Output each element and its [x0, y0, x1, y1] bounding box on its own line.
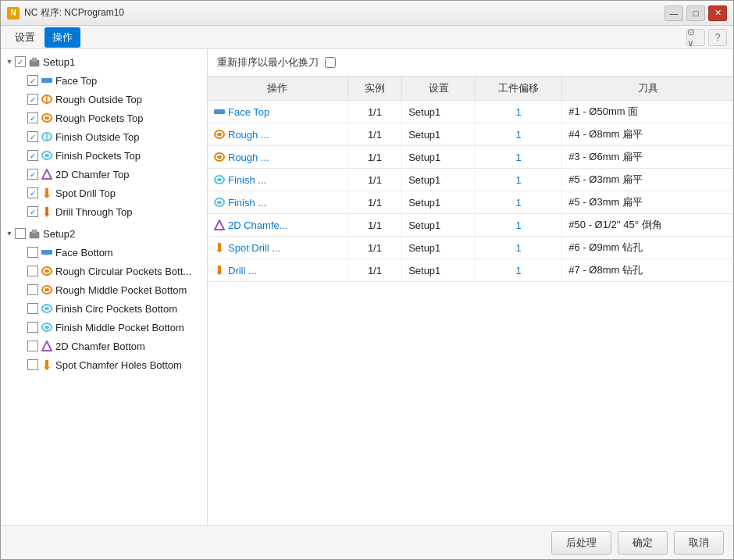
tree-item-finish-middle-pocket[interactable]: ▶ Finish Middle Pocket Bottom: [1, 318, 207, 337]
td-setup-0: Setup1: [402, 101, 476, 123]
td-operation-0: Face Top: [208, 101, 347, 123]
svg-point-10: [45, 154, 49, 157]
svg-rect-12: [45, 188, 48, 195]
reorder-checkbox[interactable]: [325, 57, 336, 68]
tree-item-finish-pockets-top[interactable]: ▶ Finish Pockets Top: [1, 146, 207, 165]
checkbox-face-bottom[interactable]: [27, 247, 38, 258]
tree-item-2d-chamfer-bottom[interactable]: ▶ 2D Chamfer Bottom: [1, 337, 207, 355]
svg-point-37: [217, 178, 222, 181]
window-title: NC 程序: NCProgram10: [24, 6, 124, 20]
rough-pockets-top-icon: [41, 112, 53, 124]
td-offset-3[interactable]: 1: [476, 169, 562, 191]
col-setup: 设置: [402, 77, 476, 101]
finish-middle-label: Finish Middle Pocket Bottom: [55, 322, 184, 334]
checkbox-finish-middle[interactable]: [27, 322, 38, 333]
td-setup-6: Setup1: [402, 237, 476, 259]
maximize-button[interactable]: □: [686, 5, 705, 21]
close-button[interactable]: ✕: [708, 5, 727, 21]
tree-item-face-bottom[interactable]: ▶ Face Bottom: [1, 243, 207, 262]
tree-item-spot-chamfer-holes[interactable]: ▶ Spot Chamfer Holes Bottom: [1, 355, 207, 374]
face-bottom-label: Face Bottom: [55, 247, 113, 259]
tree-item-face-top[interactable]: ▶ Face Top: [1, 71, 207, 90]
td-instance-6: 1/1: [347, 237, 401, 259]
checkbox-2d-chamfer-bottom[interactable]: [27, 341, 38, 351]
td-operation-7: Drill ...: [208, 259, 347, 282]
op-name-5[interactable]: 2D Chamfe...: [228, 219, 288, 231]
td-setup-5: Setup1: [402, 214, 476, 237]
td-instance-3: 1/1: [347, 169, 401, 191]
expand-arrow-setup2[interactable]: ▼: [4, 228, 15, 239]
op-name-1[interactable]: Rough ...: [228, 129, 269, 141]
checkbox-2d-chamfer-top[interactable]: [27, 169, 38, 180]
td-offset-7[interactable]: 1: [476, 259, 562, 282]
menu-operations[interactable]: 操作: [45, 27, 80, 48]
op-name-7[interactable]: Drill ...: [228, 265, 257, 276]
checkbox-spot-drill-top[interactable]: [27, 187, 38, 198]
finish-pockets-top-label: Finish Pockets Top: [55, 150, 141, 162]
operations-table: 操作 实例 设置 工件偏移 刀具 Face Top 1/1 Set: [208, 77, 733, 282]
checkbox-setup2[interactable]: [15, 228, 26, 239]
checkbox-rough-outside-top[interactable]: [27, 94, 38, 105]
tree-item-rough-circular-pockets[interactable]: ▶ Rough Circular Pockets Bott...: [1, 262, 207, 280]
checkbox-finish-circ[interactable]: [27, 303, 38, 314]
minimize-button[interactable]: —: [665, 5, 683, 21]
op-icon-6: [214, 242, 225, 253]
op-name-6[interactable]: Spot Drill ...: [228, 242, 280, 254]
tree-item-drill-through-top[interactable]: ▶ Drill Through Top: [1, 202, 207, 221]
td-tool-3: #5 - Ø3mm 扁平: [562, 169, 733, 191]
tree-group-setup2[interactable]: ▼ Setup2: [1, 224, 207, 243]
td-offset-2[interactable]: 1: [476, 146, 562, 169]
expand-arrow-setup1[interactable]: ▼: [4, 56, 15, 67]
checkbox-setup1[interactable]: [15, 56, 26, 67]
svg-point-25: [45, 307, 49, 310]
op-name-3[interactable]: Finish ...: [228, 174, 266, 186]
tree-item-2d-chamfer-top[interactable]: ▶ 2D Chamfer Top: [1, 165, 207, 184]
svg-marker-44: [216, 273, 223, 275]
checkbox-face-top[interactable]: [27, 75, 38, 86]
help-button[interactable]: ?: [708, 29, 727, 46]
tree-item-finish-circ-pockets[interactable]: ▶ Finish Circ Pockets Bottom: [1, 299, 207, 318]
td-offset-6[interactable]: 1: [476, 237, 562, 259]
menu-settings[interactable]: 设置: [7, 27, 43, 48]
title-controls: — □ ✕: [665, 5, 727, 21]
td-setup-3: Setup1: [402, 169, 476, 191]
svg-point-35: [217, 155, 222, 159]
op-icon-3: [214, 174, 225, 185]
op-name-4[interactable]: Finish ...: [228, 197, 266, 209]
tree-item-rough-pockets-top[interactable]: ▶ Rough Pockets Top: [1, 109, 207, 127]
td-offset-5[interactable]: 1: [476, 214, 562, 237]
cancel-button[interactable]: 取消: [674, 531, 724, 555]
ok-button[interactable]: 确定: [618, 531, 668, 555]
svg-rect-29: [45, 360, 48, 367]
td-offset-4[interactable]: 1: [476, 191, 562, 214]
finish-middle-icon: [41, 321, 53, 334]
tree-item-rough-outside-top[interactable]: ▶ Rough Outside Top: [1, 90, 207, 109]
td-offset-1[interactable]: 1: [476, 123, 562, 146]
table-row: Finish ... 1/1 Setup1 1 #5 - Ø3mm 扁平: [208, 191, 733, 214]
post-process-button[interactable]: 后处理: [551, 531, 611, 555]
checkbox-rough-circular[interactable]: [27, 266, 38, 276]
td-operation-3: Finish ...: [208, 169, 347, 191]
tree-item-finish-outside-top[interactable]: ▶ Finish Outside Top: [1, 127, 207, 146]
checkbox-spot-chamfer[interactable]: [27, 359, 38, 370]
tree-group-setup1[interactable]: ▼ Setup1: [1, 52, 207, 71]
tree-item-rough-middle-pocket[interactable]: ▶ Rough Middle Pocket Bottom: [1, 280, 207, 299]
td-setup-1: Setup1: [402, 123, 476, 146]
td-instance-2: 1/1: [347, 146, 401, 169]
checkbox-drill-through-top[interactable]: [27, 206, 38, 217]
checkbox-finish-outside-top[interactable]: [27, 131, 38, 142]
td-setup-7: Setup1: [402, 259, 476, 282]
svg-marker-11: [42, 169, 52, 179]
td-offset-0[interactable]: 1: [476, 101, 562, 123]
main-window: N NC 程序: NCProgram10 — □ ✕ 设置 操作 ⊙ ∨ ? ▼: [0, 0, 734, 560]
view-button[interactable]: ⊙ ∨: [686, 29, 705, 46]
col-tool: 刀具: [562, 77, 733, 101]
checkbox-finish-pockets-top[interactable]: [27, 150, 38, 161]
op-name-0[interactable]: Face Top: [228, 106, 269, 118]
td-operation-1: Rough ...: [208, 123, 347, 146]
checkbox-rough-pockets-top[interactable]: [27, 112, 38, 123]
op-name-2[interactable]: Rough ...: [228, 152, 269, 163]
tree-item-spot-drill-top[interactable]: ▶ Spot Drill Top: [1, 184, 207, 202]
checkbox-rough-middle[interactable]: [27, 284, 38, 295]
2d-chamfer-bottom-label: 2D Chamfer Bottom: [55, 341, 145, 352]
